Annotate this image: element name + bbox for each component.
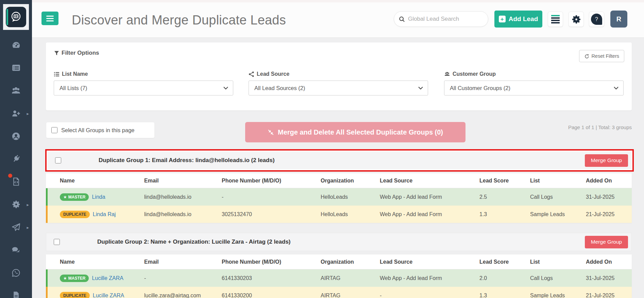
lead-email: lucille.zara@airtag.com xyxy=(144,293,222,298)
column-header: Added On xyxy=(586,178,632,184)
comments-icon xyxy=(11,245,21,255)
column-header: Phone Number (M/D/O) xyxy=(222,259,321,265)
global-search[interactable] xyxy=(394,11,488,27)
sidebar-toggle-button[interactable] xyxy=(41,12,58,25)
group-select-checkbox[interactable] xyxy=(55,157,61,163)
filter-panel-title: Filter Options xyxy=(54,50,99,56)
plug-icon xyxy=(10,152,22,165)
lead-row: DUPLICATE Lucille ZARA lucille.zara@airt… xyxy=(46,287,632,298)
column-header: Phone Number (M/D/O) xyxy=(222,178,321,184)
sidebar-item-campaigns[interactable]: ▸ xyxy=(0,216,32,239)
list-view-button[interactable] xyxy=(548,12,563,27)
user-avatar[interactable]: R xyxy=(610,11,627,28)
lead-phone: 3025132470 xyxy=(222,211,321,217)
select-all-card: Select All Groups in this page xyxy=(46,122,154,138)
duplicate-group-highlighted: Duplicate Group 1: Email Address: linda@… xyxy=(45,149,634,172)
list-card-icon xyxy=(12,63,21,72)
group-header: Duplicate Group 2: Name + Organization: … xyxy=(46,233,632,251)
lead-added-on: 21-Jul-2025 xyxy=(586,293,632,298)
chat-card-logo-icon xyxy=(10,11,22,23)
gear-icon xyxy=(12,200,21,209)
group-title: Duplicate Group 1: Email Address: linda@… xyxy=(99,157,275,164)
logo-accent-bar xyxy=(6,9,8,25)
lead-organization: HelloLeads xyxy=(321,211,380,217)
sidebar-item-chats[interactable] xyxy=(0,239,32,261)
group-select-checkbox[interactable] xyxy=(54,239,60,245)
whatsapp-icon xyxy=(11,268,21,278)
merge-group-button[interactable]: Merge Group xyxy=(585,154,628,167)
lead-organization: AIRTAG xyxy=(321,275,380,281)
lead-name-link[interactable]: Linda Raj xyxy=(93,211,116,217)
lead-phone: 6141330200 xyxy=(222,293,321,298)
lead-organization: HelloLeads xyxy=(321,194,380,200)
search-icon xyxy=(399,16,405,22)
list-name-label: List Name xyxy=(54,71,233,77)
chevron-right-icon: ▸ xyxy=(27,225,29,230)
file-lines-icon xyxy=(12,291,21,298)
lead-score: 1.3 xyxy=(479,211,530,217)
lead-name-cell: DUPLICATE Linda Raj xyxy=(60,211,144,218)
sidebar-item-add-lead[interactable]: ▸ xyxy=(0,102,32,125)
lead-source: Web App - Add lead Form xyxy=(380,275,479,281)
help-button[interactable]: ? xyxy=(589,12,604,27)
column-header: Name xyxy=(60,259,144,265)
lead-row: DUPLICATE Linda Raj linda@helloleads.io … xyxy=(46,206,632,223)
merge-all-button[interactable]: Merge and Delete All Selected Duplicate … xyxy=(245,122,465,142)
merge-group-button[interactable]: Merge Group xyxy=(585,236,628,248)
column-header: List xyxy=(530,178,586,184)
lead-status-badge: DUPLICATE xyxy=(60,292,90,298)
sidebar-item-customer-groups[interactable] xyxy=(0,79,32,102)
sidebar-item-whatsapp[interactable] xyxy=(0,261,32,284)
list-name-select[interactable]: All Lists (7) xyxy=(54,81,233,95)
top-strip xyxy=(32,0,644,2)
sidebar-item-integrations[interactable] xyxy=(0,147,32,170)
pagination-info: Page 1 of 1 | Total: 3 groups xyxy=(568,124,632,130)
lead-source-select[interactable]: All Lead Sources (2) xyxy=(249,81,428,95)
lead-name-link[interactable]: Lucille ZARA xyxy=(93,293,124,298)
lead-phone: - xyxy=(222,194,321,200)
add-lead-button[interactable]: + Add Lead xyxy=(494,11,542,28)
share-nodes-icon xyxy=(249,71,254,77)
users-icon xyxy=(11,86,21,96)
funnel-icon xyxy=(54,51,59,56)
column-header: Email xyxy=(144,178,222,184)
lead-email: linda@helloleads.io xyxy=(144,194,222,200)
sidebar-item-profile[interactable] xyxy=(0,125,32,147)
sidebar-item-api[interactable] xyxy=(0,170,32,193)
chevron-down-icon xyxy=(418,86,423,90)
column-header: Email xyxy=(144,259,222,265)
lead-source: Web App - Add lead Form xyxy=(380,211,479,217)
sidebar-item-dashboard[interactable] xyxy=(0,34,32,56)
lead-organization: AIRTAG xyxy=(321,293,380,298)
lead-added-on: 31-Jul-2025 xyxy=(586,275,632,281)
star-icon: ★ xyxy=(63,276,67,281)
lead-row: ★MASTER Linda linda@helloleads.io - Hell… xyxy=(46,188,632,206)
star-icon: ★ xyxy=(63,195,67,199)
select-all-checkbox[interactable] xyxy=(51,127,57,133)
lead-status-badge: ★MASTER xyxy=(60,193,89,201)
sidebar-item-lists[interactable] xyxy=(0,56,32,79)
list-icon xyxy=(54,71,60,77)
lead-score: 2.0 xyxy=(479,275,530,281)
app-logo[interactable] xyxy=(3,4,29,30)
sidebar-item-documents[interactable] xyxy=(0,284,32,298)
settings-button[interactable] xyxy=(569,12,584,27)
page-title: Discover and Merge Duplicate Leads xyxy=(72,13,286,27)
refresh-icon xyxy=(584,54,589,59)
sidebar-item-settings[interactable]: ▸ xyxy=(0,193,32,216)
lead-score: 2.5 xyxy=(479,194,530,200)
lead-name-link[interactable]: Linda xyxy=(92,194,105,200)
select-all-label: Select All Groups in this page xyxy=(61,127,135,134)
column-header: Lead Source xyxy=(380,259,479,265)
lead-list: Sample Leads xyxy=(530,293,586,298)
customer-group-select[interactable]: All Customer Groups (2) xyxy=(444,81,624,95)
lead-added-on: 31-Jul-2025 xyxy=(586,194,632,200)
table-header-row: NameEmailPhone Number (M/D/O)Organizatio… xyxy=(46,255,632,269)
reset-filters-button[interactable]: Reset Filters xyxy=(579,50,624,62)
users-icon xyxy=(444,71,450,77)
gear-icon xyxy=(571,14,581,24)
global-search-input[interactable] xyxy=(408,16,483,22)
group-title: Duplicate Group 2: Name + Organization: … xyxy=(97,239,291,245)
lead-name-link[interactable]: Lucille ZARA xyxy=(92,275,123,281)
merge-arrows-icon xyxy=(268,129,274,136)
